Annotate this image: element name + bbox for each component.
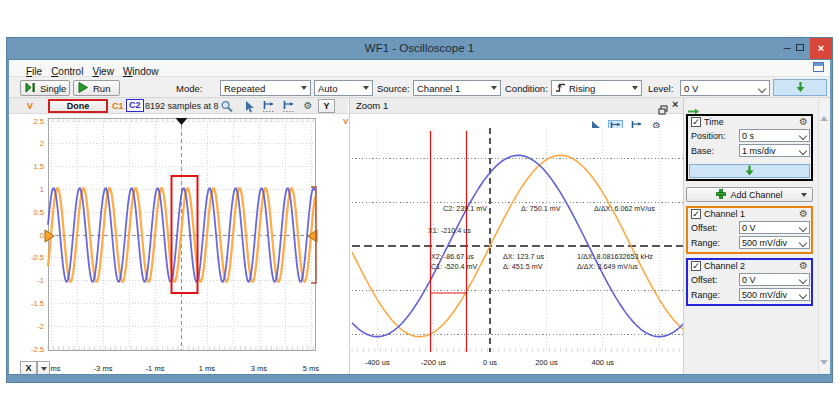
- scope-x-tick-label: 5 ms: [303, 364, 320, 373]
- scope-y-tick-label: 1.5: [34, 162, 44, 171]
- zoom-x-tick-label: -400 us: [365, 358, 390, 367]
- cursor-readout: Δ/ΔX: 3.649 mV/us: [577, 262, 638, 271]
- float-window-icon[interactable]: [813, 62, 824, 72]
- x-axis-dropdown[interactable]: [37, 361, 50, 375]
- close-button[interactable]: ×: [810, 38, 832, 59]
- run-icon: [78, 82, 89, 95]
- channel2-gear-icon[interactable]: ⚙: [799, 260, 808, 272]
- scope-settings-gear-icon[interactable]: ⚙: [301, 100, 315, 113]
- chevron-down-icon: [363, 86, 369, 90]
- scope-y-tick-label: -2: [37, 322, 44, 331]
- time-checkbox[interactable]: ✓: [691, 117, 701, 127]
- channel2-offset-select[interactable]: 0 V: [739, 273, 810, 286]
- window-bottom-border: [7, 374, 832, 382]
- channel1-checkbox[interactable]: ✓: [691, 209, 701, 219]
- scope-y-tick-label: -2.5: [31, 345, 44, 354]
- pointer-tool-icon[interactable]: [244, 100, 258, 113]
- menu-file[interactable]: File: [26, 66, 42, 77]
- mode-label: Mode:: [176, 83, 202, 94]
- channel2-range-select[interactable]: 500 mV/div: [739, 288, 810, 301]
- scope-y-tick-label: -0.5: [31, 253, 44, 262]
- zoom-x-tick-label: 200 us: [535, 358, 558, 367]
- cursor-readout: Δ: 451.5 mV: [503, 262, 543, 271]
- scroll-up-icon[interactable]: [820, 116, 828, 121]
- zoom-plot[interactable]: 10.50-0.5-1-400 us-200 us0 us200 us400 u…: [350, 116, 684, 372]
- chevron-down-icon: [800, 224, 807, 231]
- condition-label: Condition:: [505, 83, 548, 94]
- time-gear-icon[interactable]: ⚙: [799, 116, 808, 128]
- cursor-readout: C2: 239.1 mV: [443, 204, 487, 213]
- cursor-readout: Δ/ΔX: 6.062 mV/us: [594, 204, 655, 213]
- x-axis-button[interactable]: X: [20, 361, 37, 375]
- scope-x-tick-label: -1 ms: [146, 364, 165, 373]
- channel2-tab[interactable]: C2: [126, 99, 144, 112]
- menu-view[interactable]: View: [92, 66, 114, 77]
- oscilloscope-app: WF1 - Oscilloscope 1 – × FileControlView…: [0, 0, 840, 420]
- scroll-down-icon[interactable]: [820, 360, 828, 365]
- scope-y-tick-label: 2.5: [34, 117, 44, 126]
- chevron-down-icon: [800, 239, 807, 246]
- scope-x-tick-label: 1 ms: [199, 364, 216, 373]
- zoom-tool-icon[interactable]: [220, 100, 234, 113]
- cursor-readout: C1: -520.4 mV: [431, 262, 478, 271]
- scope-y-tick-label: -1: [37, 276, 44, 285]
- channel2-range-label: Range:: [691, 290, 720, 300]
- menu-window[interactable]: Window: [123, 66, 159, 77]
- mode-select[interactable]: Repeated: [220, 80, 311, 96]
- menu-control[interactable]: Control: [51, 66, 83, 77]
- time-base-label: Base:: [691, 146, 714, 156]
- chevron-down-icon: [801, 193, 807, 197]
- channel1-tab[interactable]: C1: [112, 101, 124, 111]
- plus-icon: [716, 189, 726, 201]
- close-pane-icon[interactable]: ×: [672, 98, 678, 110]
- level-input[interactable]: 0 V: [680, 80, 770, 96]
- zoom-pane-title: Zoom 1: [356, 100, 388, 111]
- window-title: WF1 - Oscilloscope 1: [7, 42, 832, 54]
- channel2-checkbox[interactable]: ✓: [691, 261, 701, 271]
- time-apply-button[interactable]: [689, 164, 810, 178]
- single-button[interactable]: Single: [20, 80, 70, 96]
- scope-plot[interactable]: 2.521.510.50-0.5-1-1.5-2-2.5-5 ms-3 ms-1…: [13, 116, 348, 376]
- channel1-range-select[interactable]: 500 mV/div: [739, 236, 810, 249]
- panel-scrollbar[interactable]: [818, 98, 830, 374]
- channel2-group: ✓ Channel 2 ⚙ Offset: 0 V Range: 500 mV/…: [686, 258, 813, 306]
- chevron-down-icon: [800, 276, 807, 283]
- scope-y-tick-label: 1: [40, 185, 44, 194]
- maximize-button[interactable]: [796, 44, 804, 51]
- cursor-readout: X2: -86.67 us: [431, 252, 474, 261]
- scope-x-tick-label: -3 ms: [94, 364, 113, 373]
- channel1-gear-icon[interactable]: ⚙: [799, 208, 808, 220]
- condition-select[interactable]: Rising: [551, 80, 642, 96]
- chevron-down-icon: [800, 132, 807, 139]
- source-select[interactable]: Channel 1: [413, 80, 501, 96]
- pane-splitter[interactable]: [349, 98, 350, 374]
- channel1-offset-select[interactable]: 0 V: [739, 221, 810, 234]
- time-group-label: Time: [704, 117, 724, 127]
- scope-y-unit: V: [27, 101, 33, 111]
- add-channel-button[interactable]: Add Channel: [686, 187, 813, 202]
- y-cursors-icon[interactable]: [282, 100, 296, 113]
- chevron-down-icon: [301, 86, 307, 90]
- scope-y-tick-label: 0.5: [34, 208, 44, 217]
- cursor-readout: ΔX: 123.7 us: [503, 252, 545, 261]
- run-button[interactable]: Run: [73, 80, 120, 96]
- time-base-select[interactable]: 1 ms/div: [739, 144, 810, 157]
- source-label: Source:: [377, 83, 410, 94]
- acquire-select[interactable]: Auto: [314, 80, 373, 96]
- channel1-offset-label: Offset:: [691, 223, 717, 233]
- time-position-label: Position:: [691, 131, 726, 141]
- channel1-group-label: Channel 1: [704, 209, 745, 219]
- trigger-status-button[interactable]: Done: [48, 99, 108, 113]
- green-down-arrow-icon: [795, 79, 806, 97]
- time-position-select[interactable]: 0 s: [739, 129, 810, 142]
- level-apply-button[interactable]: [773, 79, 827, 96]
- zoom-pane-header[interactable]: [350, 98, 684, 114]
- minimize-button[interactable]: –: [780, 41, 794, 55]
- zoom-x-tick-label: 400 us: [592, 358, 615, 367]
- chevron-down-icon: [800, 147, 807, 154]
- x-cursors-icon[interactable]: [262, 100, 276, 113]
- green-down-arrow-icon: [744, 162, 755, 180]
- samples-status-text: 8192 samples at 8: [145, 101, 221, 111]
- chevron-down-icon: [491, 86, 497, 90]
- y-axis-button[interactable]: Y: [318, 99, 335, 113]
